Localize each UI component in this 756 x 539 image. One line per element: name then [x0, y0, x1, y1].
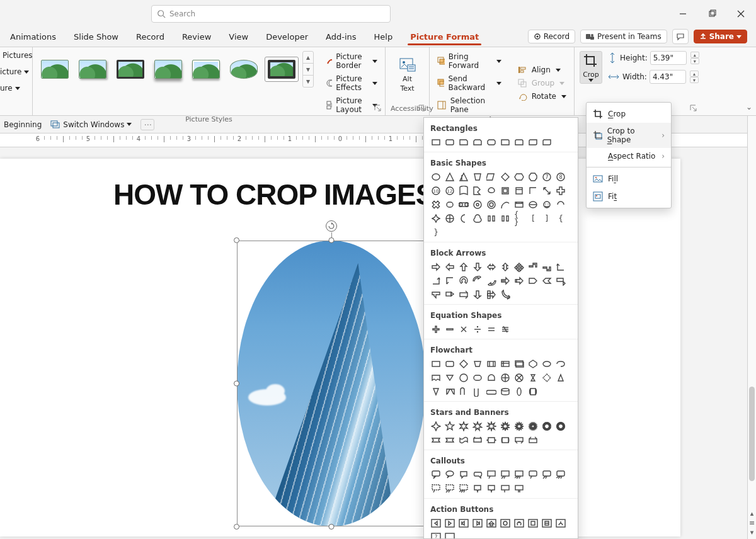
- rotate-button[interactable]: Rotate: [515, 91, 569, 102]
- shape-basic31[interactable]: [444, 213, 455, 224]
- shape-action2[interactable]: [458, 518, 469, 529]
- shape-basic15[interactable]: [500, 185, 511, 196]
- shape-basic33[interactable]: [472, 213, 483, 224]
- shape-arrow18[interactable]: [541, 275, 553, 287]
- shape-action9[interactable]: [555, 518, 566, 529]
- shape-flow23[interactable]: [472, 386, 483, 397]
- shape-rect[interactable]: [430, 137, 442, 148]
- gallery-more[interactable]: ▴ ▾ ▾: [302, 51, 314, 88]
- shape-call9[interactable]: [555, 469, 566, 480]
- shape-star13[interactable]: [472, 434, 483, 446]
- shape-arrow6[interactable]: [513, 261, 525, 273]
- shape-arrow0[interactable]: [430, 261, 442, 273]
- tab-developer[interactable]: Developer: [260, 30, 314, 47]
- shape-arrow21[interactable]: [444, 289, 455, 300]
- tab-animations[interactable]: Animations: [4, 30, 62, 47]
- comments-button[interactable]: [672, 29, 689, 44]
- shape-star1[interactable]: [444, 421, 455, 432]
- close-button[interactable]: [735, 8, 747, 20]
- shape-flow2[interactable]: [458, 358, 469, 370]
- shape-basic7[interactable]: [527, 171, 539, 183]
- shape-flow26[interactable]: [513, 386, 525, 397]
- shape-call15[interactable]: [500, 483, 511, 494]
- shape-arrow1[interactable]: [444, 261, 455, 273]
- style-thumb[interactable]: [151, 57, 185, 82]
- search-input[interactable]: Search: [151, 5, 391, 23]
- shape-flow11[interactable]: [444, 372, 455, 383]
- present-in-teams-button[interactable]: Present in Teams: [580, 30, 667, 43]
- restore-button[interactable]: [706, 8, 718, 20]
- shape-roundd[interactable]: [541, 137, 553, 148]
- shape-flow5[interactable]: [500, 358, 511, 370]
- gallery-down-icon[interactable]: ▾: [303, 64, 313, 76]
- shape-basic2[interactable]: [458, 171, 469, 183]
- shape-basic17[interactable]: [527, 185, 539, 196]
- shape-basic24[interactable]: [486, 199, 497, 210]
- shape-flow14[interactable]: [486, 372, 497, 383]
- shape-flow0[interactable]: [430, 358, 442, 370]
- shape-arrow5[interactable]: [500, 261, 511, 273]
- shape-flow19[interactable]: [555, 372, 566, 383]
- shape-flow7[interactable]: [527, 358, 539, 370]
- shape-action5[interactable]: [500, 518, 511, 529]
- next-slide-icon[interactable]: ▾: [750, 528, 754, 536]
- shape-basic26[interactable]: [513, 199, 525, 210]
- shape-eq3[interactable]: [472, 324, 483, 335]
- shape-basic21[interactable]: [444, 199, 455, 210]
- shape-star10[interactable]: [430, 434, 442, 446]
- style-thumb[interactable]: [227, 57, 261, 82]
- shape-flow22[interactable]: [458, 386, 469, 397]
- shape-round1[interactable]: [500, 137, 511, 148]
- shape-star4[interactable]: [486, 421, 497, 432]
- shape-arrow7[interactable]: [527, 261, 539, 273]
- shape-star6[interactable]: [513, 421, 525, 432]
- shape-basic6[interactable]: [513, 171, 525, 183]
- shape-basic18[interactable]: [541, 185, 553, 196]
- send-backward-button[interactable]: Send Backward: [435, 73, 504, 93]
- shape-flow8[interactable]: [541, 358, 553, 370]
- shape-brace2[interactable]: ]: [541, 213, 553, 224]
- shape-call5[interactable]: [500, 469, 511, 480]
- crop-split-button[interactable]: Crop: [580, 51, 602, 84]
- dialog-launcher-icon[interactable]: [374, 104, 382, 113]
- shape-eq0[interactable]: [430, 324, 442, 335]
- shape-snip1[interactable]: [458, 137, 469, 148]
- style-thumb[interactable]: [113, 57, 147, 82]
- crop-menu-aspect-ratio[interactable]: Aspect Ratio ›: [587, 148, 671, 164]
- shape-call14[interactable]: [486, 483, 497, 494]
- shape-flow25[interactable]: [500, 386, 511, 397]
- dialog-launcher-icon[interactable]: [418, 104, 427, 113]
- shape-basic3[interactable]: [472, 171, 483, 183]
- shape-basic28[interactable]: [541, 199, 553, 210]
- shape-arrow9[interactable]: [555, 261, 566, 273]
- styles-gallery[interactable]: ▴ ▾ ▾: [38, 51, 314, 88]
- shape-action6[interactable]: [513, 518, 525, 529]
- shape-basic34[interactable]: [486, 213, 497, 224]
- resize-handle[interactable]: [234, 237, 239, 243]
- shape-basic9[interactable]: 8: [555, 171, 566, 183]
- shape-arrow24[interactable]: [486, 289, 497, 300]
- shape-flow13[interactable]: [472, 372, 483, 383]
- shape-action10[interactable]: ?: [430, 531, 442, 539]
- tab-slide-show[interactable]: Slide Show: [67, 30, 125, 47]
- shape-rounds[interactable]: [527, 137, 539, 148]
- shape-basic11[interactable]: 12: [444, 185, 455, 196]
- shape-flow27[interactable]: [527, 386, 539, 397]
- shape-arrow13[interactable]: [472, 275, 483, 287]
- shape-basic32[interactable]: [458, 213, 469, 224]
- vertical-scrollbar[interactable]: ▴ ≡ ▾: [747, 116, 756, 539]
- shape-arrow11[interactable]: [444, 275, 455, 287]
- ribbon-collapse-button[interactable]: ⌄: [746, 103, 752, 111]
- crop-menu-crop[interactable]: Crop: [587, 105, 671, 123]
- resize-handle[interactable]: [329, 237, 335, 243]
- shape-basic13[interactable]: [472, 185, 483, 196]
- shape-star3[interactable]: [472, 421, 483, 432]
- shape-arrow10[interactable]: [430, 275, 442, 287]
- shape-basic19[interactable]: [555, 185, 566, 196]
- picture-border-button[interactable]: Picture Border: [324, 51, 380, 71]
- crop-menu-crop-to-shape[interactable]: Crop to Shape ›: [587, 123, 671, 148]
- shape-arrow8[interactable]: [541, 261, 553, 273]
- shape-eq4[interactable]: [486, 324, 497, 335]
- shape-flow16[interactable]: [513, 372, 525, 383]
- tab-record[interactable]: Record: [130, 30, 171, 47]
